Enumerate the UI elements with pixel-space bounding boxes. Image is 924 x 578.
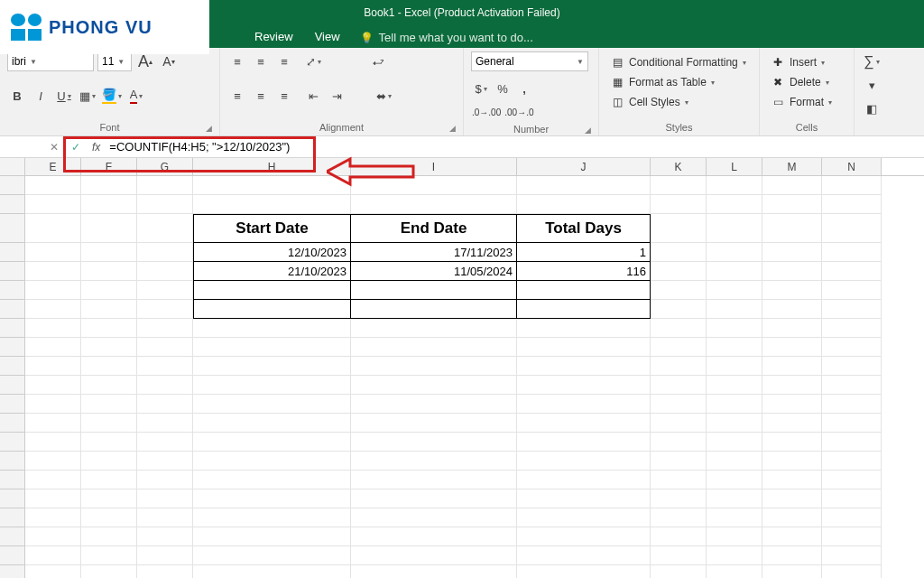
cell[interactable] [81, 452, 137, 471]
cell[interactable] [81, 300, 137, 319]
cell[interactable] [707, 395, 762, 414]
conditional-formatting-button[interactable]: ▤ Conditional Formatting▾ [606, 53, 752, 71]
cell[interactable] [762, 357, 822, 376]
cell[interactable] [822, 471, 882, 489]
name-box[interactable] [0, 136, 43, 157]
cell[interactable] [822, 195, 882, 214]
cell[interactable] [651, 338, 707, 357]
cell[interactable] [351, 489, 517, 508]
cell[interactable] [81, 489, 137, 508]
cell[interactable] [822, 433, 882, 452]
cell[interactable] [193, 527, 351, 546]
font-size-select[interactable]: 11▼ [97, 51, 132, 71]
cell[interactable] [351, 300, 517, 319]
cell[interactable] [351, 527, 517, 546]
cell[interactable] [651, 489, 707, 508]
cell[interactable] [707, 262, 762, 281]
font-dialog-launcher[interactable]: ◢ [206, 124, 212, 133]
cell[interactable] [822, 338, 882, 357]
tab-review[interactable]: Review [244, 26, 304, 48]
cell[interactable] [517, 546, 651, 565]
cell[interactable] [707, 357, 762, 376]
cell[interactable] [81, 319, 137, 338]
cell[interactable] [81, 176, 137, 195]
number-format-select[interactable]: General▼ [471, 51, 588, 71]
cell[interactable]: End Date [351, 214, 517, 243]
cell[interactable] [822, 214, 882, 243]
cell[interactable] [651, 300, 707, 319]
cell[interactable] [762, 338, 822, 357]
cell[interactable] [193, 508, 351, 527]
row-header[interactable] [0, 433, 25, 452]
cell[interactable] [137, 471, 193, 489]
cell[interactable] [707, 195, 762, 214]
number-dialog-launcher[interactable]: ◢ [585, 126, 591, 135]
bold-button[interactable]: B [7, 86, 27, 106]
cell[interactable] [81, 357, 137, 376]
align-right-button[interactable]: ≡ [274, 86, 294, 106]
cell[interactable] [822, 300, 882, 319]
clear-button[interactable]: ◧ [862, 98, 882, 118]
cell[interactable] [81, 565, 137, 578]
tell-me-search[interactable]: 💡 Tell me what you want to do... [351, 27, 542, 48]
cell[interactable] [707, 565, 762, 578]
cell[interactable] [517, 357, 651, 376]
cell[interactable] [822, 176, 882, 195]
cell[interactable] [81, 243, 137, 262]
align-middle-button[interactable]: ≡ [251, 51, 271, 71]
cell[interactable] [707, 433, 762, 452]
cell[interactable] [25, 262, 81, 281]
borders-button[interactable]: ▦▾ [78, 86, 97, 106]
cell[interactable] [25, 527, 81, 546]
fill-color-button[interactable]: 🪣▾ [101, 86, 123, 106]
cell[interactable] [137, 195, 193, 214]
cell[interactable] [707, 243, 762, 262]
cell[interactable] [137, 433, 193, 452]
cell[interactable] [25, 243, 81, 262]
cell[interactable] [25, 300, 81, 319]
cell[interactable] [193, 376, 351, 395]
cell[interactable] [517, 395, 651, 414]
cell[interactable] [25, 281, 81, 300]
column-header-I[interactable]: I [351, 158, 517, 175]
cell[interactable] [762, 176, 822, 195]
cell[interactable]: 12/10/2023 [193, 243, 351, 262]
cell[interactable] [25, 452, 81, 471]
cell[interactable] [651, 452, 707, 471]
cell[interactable] [351, 176, 517, 195]
cell[interactable] [137, 452, 193, 471]
enter-formula-button[interactable]: ✓ [65, 136, 87, 157]
cell[interactable] [81, 414, 137, 433]
accounting-format-button[interactable]: $▾ [471, 79, 491, 98]
row-header[interactable] [0, 195, 25, 214]
cell[interactable] [651, 281, 707, 300]
cell[interactable] [822, 546, 882, 565]
cell[interactable] [137, 489, 193, 508]
cell[interactable] [193, 195, 351, 214]
cell[interactable] [193, 176, 351, 195]
cell[interactable] [707, 414, 762, 433]
cell[interactable] [25, 489, 81, 508]
cell[interactable] [651, 433, 707, 452]
cell[interactable] [651, 508, 707, 527]
cell[interactable] [651, 319, 707, 338]
cell[interactable] [517, 195, 651, 214]
cell[interactable] [25, 338, 81, 357]
cell[interactable] [651, 527, 707, 546]
cell[interactable]: Start Date [193, 214, 351, 243]
cell[interactable] [822, 395, 882, 414]
cell[interactable]: 11/05/2024 [351, 262, 517, 281]
row-header[interactable] [0, 546, 25, 565]
cell[interactable] [707, 300, 762, 319]
decrease-decimal-button[interactable]: .00→.0 [504, 102, 534, 122]
column-header-H[interactable]: H [193, 158, 351, 175]
cell[interactable]: 1 [517, 243, 651, 262]
cell[interactable] [762, 433, 822, 452]
cell[interactable] [707, 508, 762, 527]
cell[interactable] [762, 319, 822, 338]
row-header[interactable] [0, 357, 25, 376]
cell[interactable] [81, 527, 137, 546]
cell[interactable] [81, 471, 137, 489]
cell[interactable] [81, 433, 137, 452]
cell[interactable] [822, 319, 882, 338]
